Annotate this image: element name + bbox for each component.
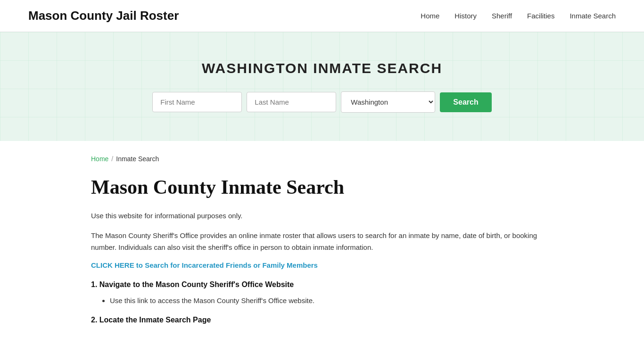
step-1-heading: 1. Navigate to the Mason County Sheriff'… [91,280,553,289]
step-1-bullet: Use this link to access the Mason County… [110,295,553,307]
breadcrumb-home[interactable]: Home [91,155,108,163]
page-heading: Mason County Inmate Search [91,176,553,198]
intro-paragraph-2: The Mason County Sheriff's Office provid… [91,230,553,254]
step-1-list: Use this link to access the Mason County… [91,295,553,307]
search-button[interactable]: Search [440,92,491,112]
site-title: Mason County Jail Roster [28,8,179,23]
hero-section: WASHINGTON INMATE SEARCH WashingtonAlaba… [0,32,644,141]
breadcrumb-current: Inmate Search [116,155,159,163]
main-content: Home / Inmate Search Mason County Inmate… [63,141,581,358]
nav-history[interactable]: History [454,12,477,20]
cta-search-link[interactable]: CLICK HERE to Search for Incarcerated Fr… [91,261,553,269]
nav-home[interactable]: Home [421,12,439,20]
main-nav: Home History Sheriff Facilities Inmate S… [421,12,616,20]
nav-facilities[interactable]: Facilities [527,12,554,20]
state-select[interactable]: WashingtonAlabamaAlaskaArizonaArkansasCa… [341,91,435,113]
nav-inmate-search[interactable]: Inmate Search [570,12,616,20]
first-name-input[interactable] [152,92,242,112]
breadcrumb-separator: / [111,155,113,163]
breadcrumb: Home / Inmate Search [91,155,553,163]
site-header: Mason County Jail Roster Home History Sh… [0,0,644,32]
intro-paragraph-1: Use this website for informational purpo… [91,210,553,222]
step-2-heading: 2. Locate the Inmate Search Page [91,316,553,324]
nav-sheriff[interactable]: Sheriff [492,12,512,20]
hero-title: WASHINGTON INMATE SEARCH [9,60,635,76]
last-name-input[interactable] [247,92,336,112]
inmate-search-form: WashingtonAlabamaAlaskaArizonaArkansasCa… [9,91,635,113]
